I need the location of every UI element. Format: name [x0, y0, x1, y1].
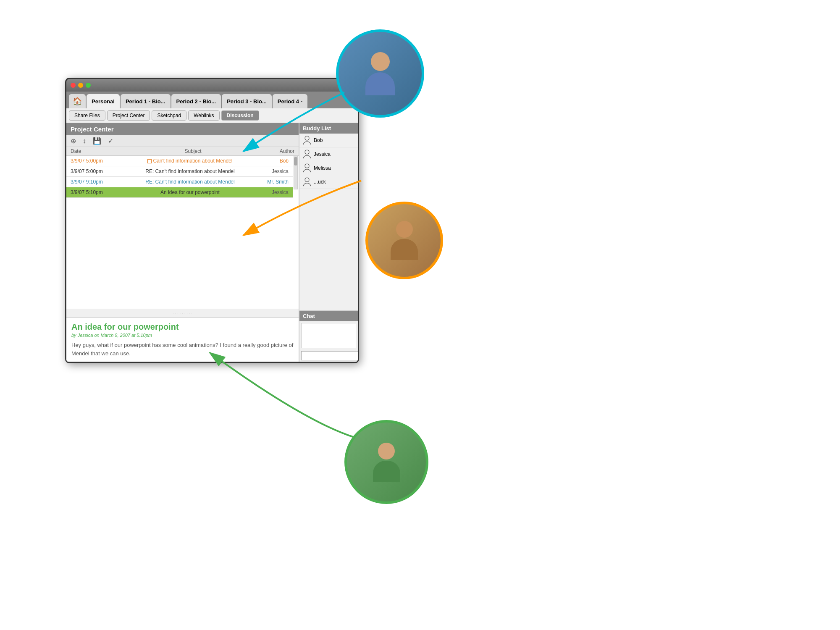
table-row[interactable]: 3/9/07 9:10pm RE: Can't find information…: [66, 177, 293, 187]
check-icon[interactable]: ✓: [108, 137, 113, 145]
project-center-header: Project Center: [66, 123, 299, 135]
table-row[interactable]: 3/9/07 5:00pm RE: Can't find information…: [66, 166, 293, 177]
svg-point-1: [305, 150, 309, 154]
chat-input-area: [301, 323, 356, 348]
buddy-item-jessica[interactable]: Jessica: [299, 147, 358, 161]
tab-bar: 🏠 Personal Period 1 - Bio... Period 2 - …: [66, 92, 358, 108]
buddy-item-bob[interactable]: Bob: [299, 134, 358, 147]
student1-head: [396, 221, 413, 238]
tab-period2[interactable]: Period 2 - Bio...: [171, 94, 221, 108]
tab-period1[interactable]: Period 1 - Bio...: [121, 94, 171, 108]
project-center-button[interactable]: Project Center: [107, 110, 150, 121]
chat-text-input[interactable]: [301, 351, 359, 360]
tab-period3[interactable]: Period 3 - Bio...: [222, 94, 272, 108]
post-meta: by Jessica on March 9, 2007 at 5:10pm: [71, 333, 294, 338]
scrollbar-thumb[interactable]: [294, 157, 297, 165]
post-title: An idea for our powerpoint: [71, 322, 294, 332]
chat-section: Chat →: [299, 310, 358, 362]
right-panel: Buddy List Bob Jessica: [299, 123, 358, 362]
table-rows-container: 3/9/07 5:00pm Can't find information abo…: [66, 156, 299, 309]
post-body: Hey guys, what if our powerpoint has som…: [71, 341, 294, 357]
avatar-melissa: [303, 163, 311, 173]
share-files-button[interactable]: Share Files: [69, 110, 105, 121]
student2-head: [378, 443, 395, 459]
teacher-body: [365, 72, 395, 95]
avatar-bob: [303, 136, 311, 145]
teacher-circle: [336, 29, 424, 118]
svg-point-3: [305, 178, 309, 182]
pagination-dots: · · · · · · · · ·: [66, 309, 299, 317]
maximize-dot[interactable]: [86, 83, 91, 88]
project-center-panel: Project Center ⊕ ↕ 💾 ✓ Date Subject Auth…: [66, 123, 299, 362]
avatar-other: [303, 177, 311, 186]
main-content: Project Center ⊕ ↕ 💾 ✓ Date Subject Auth…: [66, 123, 358, 362]
sketchpad-button[interactable]: Sketchpad: [152, 110, 186, 121]
student2-circle: [344, 420, 428, 504]
scrollbar[interactable]: [294, 156, 298, 189]
teacher-figure: [365, 52, 395, 95]
chat-text-row: →: [299, 350, 358, 362]
avatar-jessica: [303, 150, 311, 159]
unread-marker: [147, 159, 152, 163]
student2-figure: [373, 443, 400, 482]
discussion-button[interactable]: Discussion: [221, 110, 259, 121]
buddy-item-other[interactable]: ...uck: [299, 175, 358, 189]
student2-body: [373, 461, 400, 482]
tab-personal[interactable]: Personal: [87, 94, 120, 108]
add-icon[interactable]: ⊕: [71, 137, 76, 145]
weblinks-button[interactable]: Weblinks: [188, 110, 219, 121]
buddy-list-header: Buddy List: [299, 123, 358, 134]
chat-header: Chat: [299, 311, 358, 321]
browser-window: 🏠 Personal Period 1 - Bio... Period 2 - …: [65, 78, 359, 363]
tab-period4[interactable]: Period 4 -: [273, 94, 307, 108]
svg-point-0: [305, 136, 309, 140]
sort-icon[interactable]: ↕: [83, 137, 86, 145]
table-rows-inner: 3/9/07 5:00pm Can't find information abo…: [66, 156, 293, 309]
table-row-selected[interactable]: 3/9/07 5:10pm An idea for our powerpoint…: [66, 187, 293, 198]
minimize-dot[interactable]: [78, 83, 83, 88]
sub-nav: Share Files Project Center Sketchpad Web…: [66, 108, 358, 123]
home-tab[interactable]: 🏠: [69, 94, 86, 108]
post-detail: An idea for our powerpoint by Jessica on…: [66, 317, 299, 362]
save-icon[interactable]: 💾: [93, 137, 101, 145]
toolbar-row: ⊕ ↕ 💾 ✓: [66, 135, 299, 147]
student1-figure: [391, 221, 418, 260]
table-row[interactable]: 3/9/07 5:00pm Can't find information abo…: [66, 156, 293, 166]
student1-body: [391, 239, 418, 260]
teacher-head: [371, 52, 390, 71]
browser-titlebar: [66, 79, 358, 92]
table-header: Date Subject Author: [66, 147, 299, 156]
close-dot[interactable]: [71, 83, 76, 88]
svg-point-2: [305, 164, 309, 168]
student1-circle: [365, 202, 443, 279]
status-bar: Start: [66, 362, 358, 363]
buddy-item-melissa[interactable]: Melissa: [299, 161, 358, 175]
